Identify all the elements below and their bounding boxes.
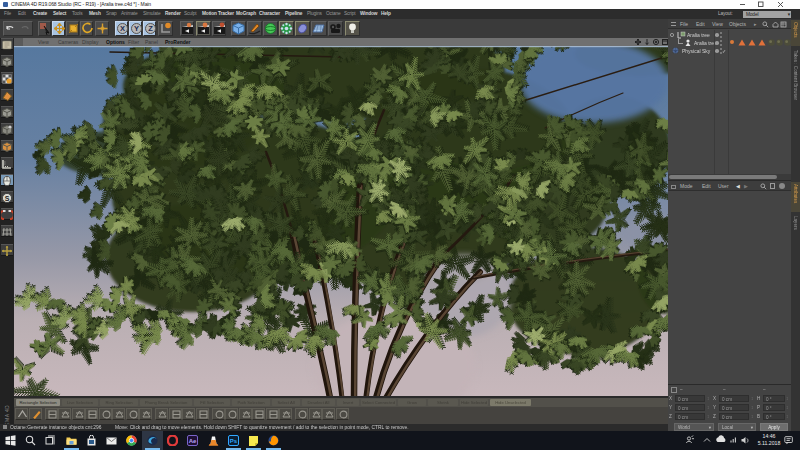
svg-text:Ps: Ps [230, 438, 238, 444]
svg-text:X: X [120, 24, 125, 33]
svg-text:S: S [5, 195, 10, 202]
svg-text:Z: Z [148, 24, 153, 33]
svg-text:Y: Y [134, 24, 139, 33]
svg-text:Ae: Ae [189, 438, 197, 444]
